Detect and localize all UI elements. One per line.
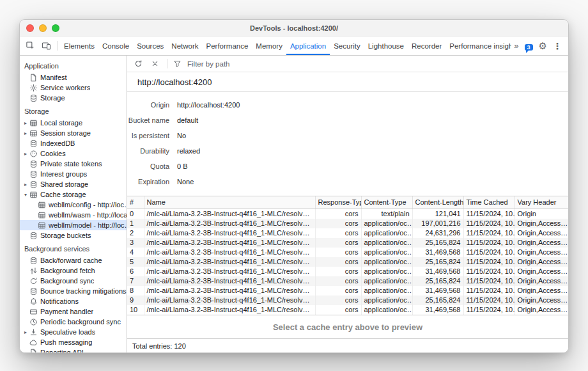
sidebar-item-private-state-tokens[interactable]: Private state tokens bbox=[20, 159, 127, 169]
table-row[interactable]: 10/mlc-ai/Llama-3.2-3B-Instruct-q4f16_1-… bbox=[127, 305, 568, 315]
sidebar-item-cache-storage[interactable]: ▾Cache storage bbox=[20, 189, 127, 200]
more-tabs-button[interactable]: » bbox=[514, 42, 518, 50]
column-header-content-type[interactable]: Content-Type bbox=[361, 196, 412, 209]
tab-label: Recorder bbox=[412, 42, 442, 50]
sidebar-item-background-sync[interactable]: Background sync bbox=[20, 276, 127, 286]
filter-input[interactable]: Filter by path bbox=[173, 59, 229, 68]
cell-vary-header: Origin,Access… bbox=[514, 219, 568, 228]
sidebar-item-notifications[interactable]: Notifications bbox=[20, 296, 127, 306]
sidebar-item-storage-buckets[interactable]: Storage buckets bbox=[20, 230, 127, 241]
cell-name: /mlc-ai/Llama-3.2-3B-Instruct-q4f16_1-ML… bbox=[144, 209, 315, 219]
minimize-button[interactable] bbox=[39, 24, 47, 32]
tab-label: Lighthouse bbox=[368, 42, 404, 50]
table-icon bbox=[37, 221, 46, 230]
cell-content-type: application/oc… bbox=[361, 257, 412, 267]
sidebar-item-manifest[interactable]: Manifest bbox=[20, 72, 127, 83]
sidebar-item-speculative-loads[interactable]: ▸Speculative loads bbox=[20, 327, 127, 337]
column-header-num[interactable]: # bbox=[127, 196, 144, 209]
column-header-content-length[interactable]: Content-Length bbox=[412, 196, 463, 209]
zoom-button[interactable] bbox=[52, 24, 59, 32]
sidebar-item-payment-handler[interactable]: Payment handler bbox=[20, 306, 127, 317]
sidebar-item-service-workers[interactable]: Service workers bbox=[20, 83, 127, 93]
table-row[interactable]: 1/mlc-ai/Llama-3.2-3B-Instruct-q4f16_1-M… bbox=[127, 219, 568, 228]
cell-time-cached: 11/15/2024, 10… bbox=[463, 248, 514, 257]
chevron-right-icon[interactable]: ▸ bbox=[22, 329, 29, 335]
table-row[interactable]: 2/mlc-ai/Llama-3.2-3B-Instruct-q4f16_1-M… bbox=[127, 228, 568, 238]
sidebar-item-push-messaging[interactable]: Push messaging bbox=[20, 337, 127, 347]
database-icon bbox=[29, 159, 38, 168]
sidebar-item-reporting-api[interactable]: Reporting API bbox=[20, 347, 127, 352]
refresh-button[interactable] bbox=[131, 57, 145, 71]
field-durability: Durabilityrelaxed bbox=[127, 143, 568, 159]
cell-content-length: 31,469,568 bbox=[412, 286, 463, 296]
sidebar-item-storage[interactable]: Storage bbox=[20, 93, 127, 103]
sidebar-item-webllm-wasm-http-loca[interactable]: webllm/wasm - http://loca… bbox=[20, 210, 127, 220]
table-icon bbox=[37, 210, 46, 219]
column-header-response-type[interactable]: Response-Type bbox=[315, 196, 361, 209]
tab-performance[interactable]: Performance bbox=[203, 36, 252, 55]
sidebar-item-cookies[interactable]: ▸Cookies bbox=[20, 148, 127, 159]
tab-application[interactable]: Application bbox=[286, 36, 330, 55]
device-toolbar-button[interactable] bbox=[38, 36, 54, 55]
sidebar-item-background-fetch[interactable]: Background fetch bbox=[20, 265, 127, 276]
sidebar-item-indexeddb[interactable]: IndexedDB bbox=[20, 138, 127, 148]
gear-icon bbox=[29, 83, 38, 92]
settings-gear-icon[interactable]: ⚙ bbox=[539, 41, 547, 51]
sidebar-item-shared-storage[interactable]: ▸Shared storage bbox=[20, 179, 127, 189]
more-options-button[interactable]: ⋮ bbox=[553, 42, 562, 51]
tab-security[interactable]: Security bbox=[330, 36, 364, 55]
cell-response-type: cors bbox=[315, 286, 361, 296]
sidebar-item-periodic-background-sync[interactable]: Periodic background sync bbox=[20, 317, 127, 327]
delete-selected-button[interactable] bbox=[148, 57, 162, 71]
tab-network[interactable]: Network bbox=[167, 36, 202, 55]
tab-elements[interactable]: Elements bbox=[60, 36, 98, 55]
tab-console[interactable]: Console bbox=[98, 36, 133, 55]
sidebar-item-label: Push messaging bbox=[40, 338, 92, 346]
tab-sources[interactable]: Sources bbox=[133, 36, 167, 55]
chevron-right-icon[interactable]: ▸ bbox=[22, 182, 29, 187]
table-row[interactable]: 4/mlc-ai/Llama-3.2-3B-Instruct-q4f16_1-M… bbox=[127, 248, 568, 257]
sidebar-item-interest-groups[interactable]: Interest groups bbox=[20, 169, 127, 179]
sidebar-item-webllm-config-http-loc[interactable]: webllm/config - http://loc… bbox=[20, 200, 127, 210]
cell-num: 0 bbox=[127, 209, 144, 219]
sidebar-item-back-forward-cache[interactable]: Back/forward cache bbox=[20, 255, 127, 265]
table-row[interactable]: 7/mlc-ai/Llama-3.2-3B-Instruct-q4f16_1-M… bbox=[127, 276, 568, 286]
column-header-name[interactable]: Name bbox=[144, 196, 315, 209]
tab-recorder[interactable]: Recorder bbox=[408, 36, 445, 55]
field-label: Origin bbox=[127, 101, 169, 109]
cell-content-length: 25,165,824 bbox=[412, 257, 463, 267]
column-header-vary-header[interactable]: Vary Header bbox=[514, 196, 568, 209]
inspect-element-button[interactable] bbox=[22, 36, 38, 55]
table-row[interactable]: 8/mlc-ai/Llama-3.2-3B-Instruct-q4f16_1-M… bbox=[127, 286, 568, 296]
updown-icon bbox=[29, 266, 38, 275]
sidebar-item-label: Interest groups bbox=[40, 170, 87, 178]
chevron-right-icon[interactable]: ▸ bbox=[22, 120, 29, 126]
table-row[interactable]: 3/mlc-ai/Llama-3.2-3B-Instruct-q4f16_1-M… bbox=[127, 238, 568, 248]
sidebar-item-label: Speculative loads bbox=[40, 328, 95, 336]
table-row[interactable]: 6/mlc-ai/Llama-3.2-3B-Instruct-q4f16_1-M… bbox=[127, 267, 568, 276]
chevron-right-icon[interactable]: ▸ bbox=[22, 151, 29, 157]
tab-lighthouse[interactable]: Lighthouse bbox=[364, 36, 408, 55]
cell-time-cached: 11/15/2024, 10… bbox=[463, 276, 514, 286]
sidebar-item-webllm-model-http-loc[interactable]: webllm/model - http://loc… bbox=[20, 220, 127, 230]
tab-label: Performance bbox=[206, 42, 249, 50]
chevron-right-icon[interactable]: ▸ bbox=[22, 130, 29, 136]
issues-counter-button[interactable]: 3 bbox=[525, 40, 533, 52]
cache-entries-table[interactable]: #NameResponse-TypeContent-TypeContent-Le… bbox=[127, 196, 568, 315]
download-icon bbox=[29, 328, 38, 336]
table-row[interactable]: 5/mlc-ai/Llama-3.2-3B-Instruct-q4f16_1-M… bbox=[127, 257, 568, 267]
tab-performance-insights[interactable]: Performance insights bbox=[445, 36, 511, 55]
table-row[interactable]: 0/mlc-ai/Llama-3.2-3B-Instruct-q4f16_1-M… bbox=[127, 209, 568, 219]
chevron-down-icon[interactable]: ▾ bbox=[22, 192, 29, 198]
table-row[interactable]: 9/mlc-ai/Llama-3.2-3B-Instruct-q4f16_1-M… bbox=[127, 296, 568, 305]
sidebar-item-local-storage[interactable]: ▸Local storage bbox=[20, 118, 127, 128]
cell-vary-header: Origin,Access… bbox=[514, 286, 568, 296]
sidebar-item-bounce-tracking-mitigations[interactable]: Bounce tracking mitigations bbox=[20, 286, 127, 296]
cell-name: /mlc-ai/Llama-3.2-3B-Instruct-q4f16_1-ML… bbox=[144, 276, 315, 286]
cell-vary-header: Origin,Access… bbox=[514, 248, 568, 257]
column-header-time-cached[interactable]: Time Cached bbox=[463, 196, 514, 209]
sidebar-item-session-storage[interactable]: ▸Session storage bbox=[20, 128, 127, 138]
close-button[interactable] bbox=[26, 24, 34, 32]
cell-response-type: cors bbox=[315, 228, 361, 238]
tab-memory[interactable]: Memory bbox=[252, 36, 286, 55]
